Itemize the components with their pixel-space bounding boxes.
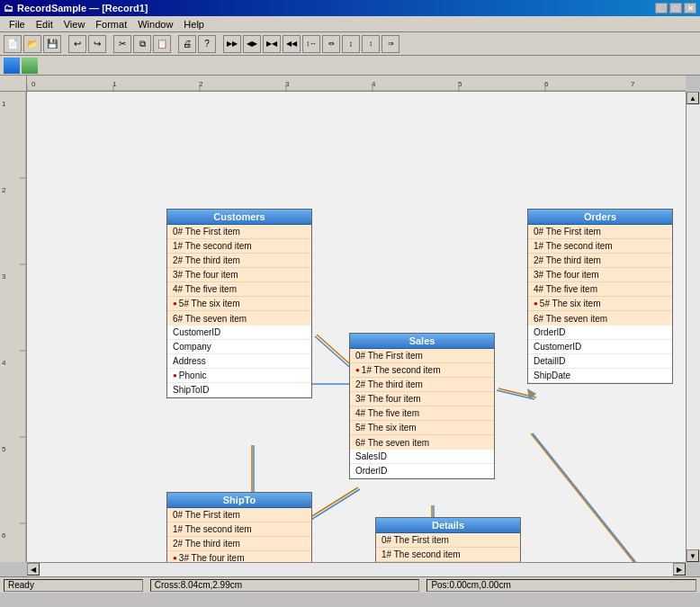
ruler-top: 0 1 2 3 4 5 6 7 [27, 76, 686, 92]
scroll-up-button[interactable]: ▲ [687, 92, 699, 104]
customers-fields: CustomerID Company Address Phonic ShipTo… [167, 326, 311, 397]
scroll-left-button[interactable]: ◀ [27, 563, 40, 576]
tool3[interactable]: ▶◀ [263, 35, 281, 53]
toolbar-main: 📄 📂 💾 ↩ ↪ ✂ ⧉ 📋 🖨 ? ▶▶ ◀▶ ▶◀ ◀◀ ↕↔ ⇔ ↨ ↕… [0, 32, 700, 56]
canvas-content[interactable]: Customers 0# The First item 1# The secon… [27, 92, 686, 562]
maximize-button[interactable]: □ [669, 3, 682, 13]
window-title: RecordSample — [Record1] [17, 3, 148, 13]
undo-button[interactable]: ↩ [68, 35, 86, 53]
shipto-row-2: 2# The third item [167, 537, 311, 551]
status-cross: Cross:8.04cm,2.99cm [150, 579, 420, 592]
title-bar: 🗂 RecordSample — [Record1] _ □ ✕ [0, 0, 700, 16]
print-button[interactable]: 🖨 [178, 35, 196, 53]
svg-text:2: 2 [2, 186, 6, 194]
tool1[interactable]: ▶▶ [223, 35, 241, 53]
svg-text:3: 3 [2, 272, 6, 281]
customers-row-0: 0# The First item [167, 225, 311, 239]
cut-button[interactable]: ✂ [113, 35, 131, 53]
svg-text:7: 7 [631, 80, 635, 88]
orders-table: Orders 0# The First item 1# The second i… [527, 209, 673, 384]
customers-table: Customers 0# The First item 1# The secon… [166, 209, 312, 398]
menu-format[interactable]: Format [90, 18, 132, 31]
details-body: 0# The First item 1# The second item 2# … [376, 533, 520, 562]
tool5[interactable]: ↕↔ [302, 35, 320, 53]
orders-field-1: CustomerID [528, 340, 672, 354]
ruler-left: 1 2 3 4 5 6 [0, 92, 27, 562]
menu-file[interactable]: File [4, 18, 31, 31]
tool2[interactable]: ◀▶ [243, 35, 261, 53]
sales-row-0: 0# The First item [350, 349, 494, 363]
svg-line-37 [533, 433, 677, 562]
canvas-inner: Customers 0# The First item 1# The secon… [27, 92, 686, 562]
tool6[interactable]: ⇔ [322, 35, 340, 53]
details-header: Details [376, 518, 520, 533]
menu-edit[interactable]: Edit [31, 18, 58, 31]
menu-help[interactable]: Help [178, 18, 210, 31]
svg-text:0: 0 [31, 80, 36, 88]
shipto-row-3: 3# The four item [167, 551, 311, 562]
svg-text:1: 1 [2, 100, 6, 108]
copy-button[interactable]: ⧉ [133, 35, 151, 53]
orders-body: 0# The First item 1# The second item 2# … [528, 225, 672, 326]
menu-bar: File Edit View Format Window Help [0, 16, 700, 32]
main-layout: 0 1 2 3 4 5 6 7 [0, 76, 700, 576]
tool4[interactable]: ◀◀ [283, 35, 301, 53]
window-controls[interactable]: _ □ ✕ [655, 3, 696, 13]
help-button[interactable]: ? [198, 35, 216, 53]
customers-field-4: ShipToID [167, 383, 311, 397]
orders-row-1: 1# The second item [528, 239, 672, 254]
scroll-down-button[interactable]: ▼ [687, 549, 699, 562]
new-button[interactable]: 📄 [4, 35, 22, 53]
save-button[interactable]: 💾 [43, 35, 61, 53]
details-row-0: 0# The First item [376, 533, 520, 548]
canvas-row: 0 1 2 3 4 5 6 7 [0, 76, 700, 576]
orders-row-4: 4# The five item [528, 282, 672, 297]
customers-row-1: 1# The second item [167, 239, 311, 254]
redo-button[interactable]: ↪ [88, 35, 106, 53]
scrollbar-horizontal[interactable]: ◀ ▶ [27, 562, 686, 576]
orders-row-0: 0# The First item [528, 225, 672, 239]
minimize-button[interactable]: _ [655, 3, 668, 13]
orders-header: Orders [528, 210, 672, 225]
customers-field-1: Company [167, 340, 311, 354]
customers-row-5: 5# The six item [167, 297, 311, 311]
orders-row-2: 2# The third item [528, 254, 672, 268]
customers-field-2: Address [167, 354, 311, 369]
customers-header: Customers [167, 210, 311, 225]
svg-line-36 [531, 433, 675, 562]
tool7[interactable]: ↨ [342, 35, 360, 53]
scroll-track-h [40, 563, 673, 576]
ruler-corner [0, 76, 27, 92]
sales-field-0: SalesID [350, 450, 494, 464]
scroll-right-button[interactable]: ▶ [673, 563, 686, 576]
sales-row-2: 2# The third item [350, 378, 494, 392]
orders-row-5: 5# The six item [528, 297, 672, 311]
close-button[interactable]: ✕ [684, 3, 696, 13]
tool8[interactable]: ↕ [362, 35, 380, 53]
customers-row-6: 6# The seven item [167, 311, 311, 326]
details-table: Details 0# The First item 1# The second … [375, 517, 521, 562]
toolbar-secondary [0, 56, 700, 76]
menu-view[interactable]: View [58, 18, 91, 31]
color-block-green [22, 58, 38, 74]
orders-field-3: ShipDate [528, 369, 672, 383]
status-bar: Ready Cross:8.04cm,2.99cm Pos:0.00cm,0.0… [0, 576, 700, 593]
customers-row-4: 4# The five item [167, 282, 311, 297]
menu-window[interactable]: Window [132, 18, 178, 31]
tool9[interactable]: ⇒ [381, 35, 399, 53]
canvas-area[interactable]: 0 1 2 3 4 5 6 7 [0, 76, 700, 576]
status-pos: Pos:0.00cm,0.00cm [426, 579, 696, 592]
shipto-row-0: 0# The First item [167, 508, 311, 522]
sales-field-1: OrderID [350, 464, 494, 478]
svg-text:5: 5 [2, 445, 6, 453]
sales-fields: SalesID OrderID [350, 450, 494, 478]
sales-body: 0# The First item 1# The second item 2# … [350, 349, 494, 450]
paste-button[interactable]: 📋 [153, 35, 171, 53]
color-block-blue [4, 58, 20, 74]
svg-line-32 [498, 388, 536, 397]
svg-text:4: 4 [2, 359, 6, 367]
orders-field-0: OrderID [528, 326, 672, 340]
open-button[interactable]: 📂 [23, 35, 41, 53]
sales-row-5: 5# The six item [350, 421, 494, 435]
scrollbar-vertical[interactable]: ▲ ▼ [686, 92, 700, 562]
